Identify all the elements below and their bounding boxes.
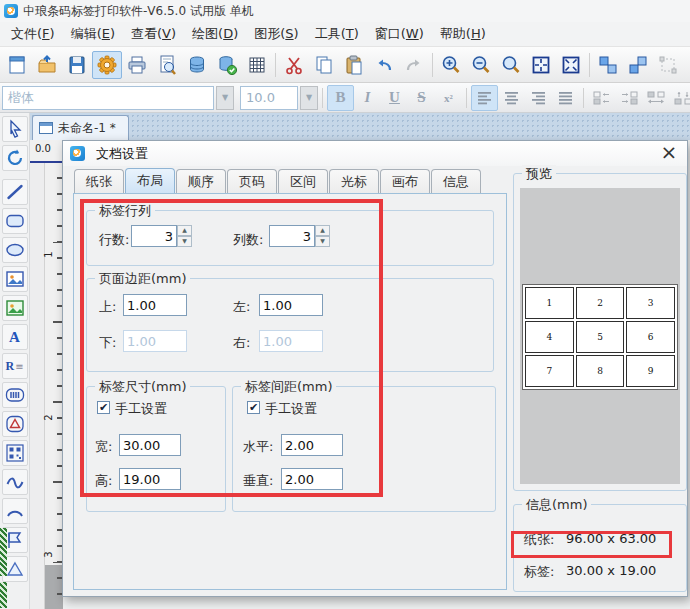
zoom-button[interactable] (496, 51, 526, 79)
ungroup-button[interactable] (653, 51, 683, 79)
menu-help[interactable]: 帮助(H) (432, 23, 494, 45)
font-size-value[interactable]: 10.0 (240, 86, 298, 110)
picture-color-tool[interactable] (2, 295, 28, 321)
copy-button[interactable] (309, 51, 339, 79)
text-tool[interactable]: A (2, 324, 28, 350)
align-center-button[interactable] (498, 85, 525, 111)
font-size-select[interactable]: 10.0 ▼ (240, 86, 318, 110)
new-button[interactable] (2, 51, 32, 79)
zoom-in-button[interactable] (436, 51, 466, 79)
close-icon[interactable]: × (659, 142, 679, 164)
margin-top-label: 上: (99, 298, 116, 316)
rounded-rect-tool[interactable] (2, 208, 28, 234)
pdf417-tool[interactable] (2, 411, 28, 437)
underline-button[interactable]: U (381, 85, 408, 111)
label-gap-manual-checkbox[interactable]: ✔ (247, 401, 260, 414)
menu-window[interactable]: 窗口(W) (367, 23, 432, 45)
line-tool[interactable] (2, 179, 28, 205)
open-button[interactable] (32, 51, 62, 79)
picture-tool[interactable] (2, 266, 28, 292)
height-input[interactable] (119, 468, 181, 490)
cols-stepper[interactable]: ▲ ▼ (315, 225, 330, 247)
select-tool[interactable] (2, 116, 28, 142)
tab-page-number[interactable]: 页码 (227, 169, 277, 193)
strikethrough-button[interactable]: S (408, 85, 435, 111)
paste-button[interactable] (339, 51, 369, 79)
text-tool-icon: A (9, 329, 20, 346)
tab-cursor[interactable]: 光标 (329, 169, 379, 193)
print-button[interactable] (122, 51, 152, 79)
chevron-down-icon[interactable]: ▼ (216, 86, 234, 110)
tab-info[interactable]: 信息 (431, 169, 481, 193)
fit-selection-button[interactable] (556, 51, 586, 79)
curve-tool[interactable] (2, 469, 28, 495)
dialog-tabs: 纸张 布局 顺序 页码 区间 光标 画布 信息 (74, 169, 482, 193)
distribute-right-button[interactable] (615, 85, 642, 111)
rows-input[interactable] (131, 225, 177, 247)
h-gap-input[interactable] (281, 434, 343, 456)
document-tab[interactable]: 未命名-1 * (32, 115, 129, 140)
document-setup-button[interactable] (92, 51, 122, 79)
spin-down-icon[interactable]: ▼ (177, 236, 192, 247)
width-input[interactable] (119, 434, 181, 456)
align-left-button[interactable] (471, 85, 498, 111)
richtext-tool[interactable]: R≡ (2, 353, 28, 379)
v-gap-input[interactable] (281, 468, 343, 490)
zoom-out-button[interactable] (466, 51, 496, 79)
cols-input[interactable] (269, 225, 315, 247)
group-button[interactable] (593, 51, 623, 79)
tab-order[interactable]: 顺序 (176, 169, 226, 193)
menu-shapes[interactable]: 图形(S) (246, 23, 306, 45)
spin-up-icon[interactable]: ▲ (177, 225, 192, 236)
fit-page-button[interactable] (526, 51, 556, 79)
margin-left-input[interactable] (259, 294, 323, 316)
clipped-icon-stripes (0, 528, 7, 576)
ruler-number: 3 (43, 551, 54, 557)
align-justify-button[interactable] (552, 85, 579, 111)
tab-layout[interactable]: 布局 (125, 168, 175, 193)
distribute-left-button[interactable] (588, 85, 615, 111)
margin-top-input[interactable] (123, 294, 187, 316)
fit-selection-icon (560, 54, 582, 76)
preview-cell: 3 (626, 287, 675, 319)
bold-button[interactable]: B (327, 85, 354, 111)
equal-width-button[interactable] (642, 85, 669, 111)
tab-paper[interactable]: 纸张 (74, 169, 124, 193)
spin-up-icon[interactable]: ▲ (315, 225, 330, 236)
chevron-down-icon[interactable]: ▼ (300, 86, 318, 110)
cut-button[interactable] (279, 51, 309, 79)
grid-setup-button[interactable] (242, 51, 272, 79)
align-right-button[interactable] (525, 85, 552, 111)
equal-height-button[interactable] (669, 85, 690, 111)
print-preview-button[interactable] (152, 51, 182, 79)
redo-button[interactable] (399, 51, 429, 79)
menu-draw[interactable]: 绘图(D) (184, 23, 246, 45)
menu-view[interactable]: 查看(V) (123, 23, 184, 45)
font-family-select[interactable]: 楷体 ▼ (2, 86, 234, 110)
layout-tab-panel: 标签行列 行数: ▲ ▼ 列数: ▲ ▼ 页面边距(mm) 上: 左: (73, 193, 507, 590)
arc-tool[interactable] (2, 498, 28, 524)
group-2-button[interactable] (623, 51, 653, 79)
align-left-icon (477, 91, 492, 105)
undo-button[interactable] (369, 51, 399, 79)
database-button[interactable] (182, 51, 212, 79)
menu-edit[interactable]: 编辑(E) (63, 23, 123, 45)
font-family-value[interactable]: 楷体 (2, 86, 214, 110)
ellipse-tool[interactable] (2, 237, 28, 263)
label-size-manual-checkbox[interactable]: ✔ (97, 401, 110, 414)
barcode-tool[interactable] (2, 382, 28, 408)
spin-down-icon[interactable]: ▼ (315, 236, 330, 247)
rows-stepper[interactable]: ▲ ▼ (177, 225, 192, 247)
tab-range[interactable]: 区间 (278, 169, 328, 193)
menu-tools[interactable]: 工具(T) (307, 23, 367, 45)
save-button[interactable] (62, 51, 92, 79)
redo-icon (403, 54, 425, 76)
superscript-button[interactable]: x² (435, 85, 462, 111)
menu-file[interactable]: 文件(F) (3, 23, 63, 45)
qrcode-tool[interactable] (2, 440, 28, 466)
database-connected-button[interactable] (212, 51, 242, 79)
rotate-tool[interactable] (2, 145, 28, 171)
preview-cell: 7 (525, 355, 574, 387)
tab-canvas[interactable]: 画布 (380, 169, 430, 193)
italic-button[interactable]: I (354, 85, 381, 111)
